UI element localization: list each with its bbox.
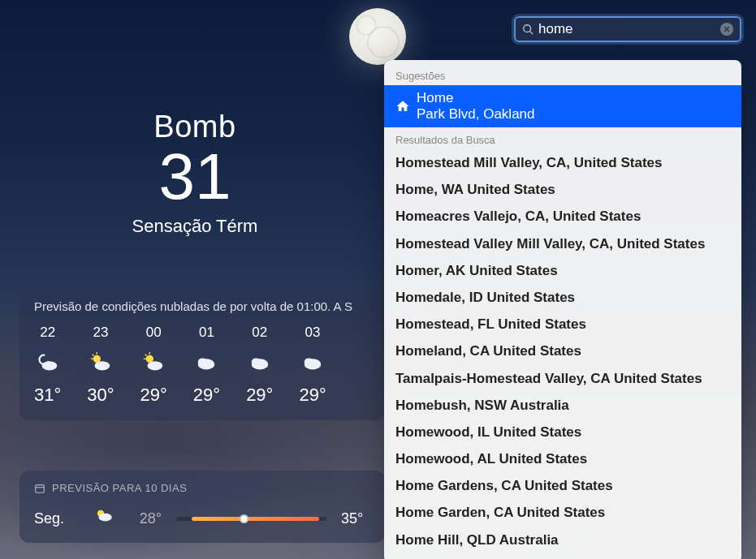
search-input[interactable] (534, 21, 720, 37)
search-result-item[interactable]: Home Gardens, CA United States (384, 472, 741, 499)
svg-point-16 (198, 358, 207, 365)
day-high-temp: 35° (341, 510, 370, 527)
suggestions-header: Sugestões (384, 67, 741, 85)
day-row[interactable]: Seg. 28° 35° (34, 505, 370, 531)
svg-line-8 (93, 355, 94, 356)
city-name: Bomb (0, 110, 390, 144)
partly-sunny-icon (141, 350, 166, 375)
svg-line-13 (145, 355, 147, 356)
hour-temp: 29° (246, 385, 273, 406)
search-result-item[interactable]: Home Hill, QLD Australia (384, 527, 741, 553)
svg-point-24 (99, 514, 112, 522)
hour-column[interactable]: 0129° (193, 325, 220, 406)
svg-point-9 (94, 361, 110, 370)
svg-line-1 (530, 32, 534, 35)
hour-temp: 29° (193, 385, 220, 406)
calendar-icon (34, 483, 45, 494)
hour-column[interactable]: 0029° (140, 325, 167, 406)
hour-time: 03 (305, 325, 321, 341)
svg-point-14 (148, 361, 163, 370)
search-result-item[interactable]: Tamalpais-Homestead Valley, CA United St… (384, 365, 741, 392)
search-result-item[interactable]: Homestead Valley Mill Valley, CA, United… (384, 230, 741, 257)
hour-time: 01 (199, 325, 214, 341)
hour-column[interactable]: 2330° (87, 325, 114, 406)
partly-sunny-icon (89, 350, 113, 375)
search-result-item[interactable]: Home, WA United States (384, 176, 741, 203)
temp-range-fill (192, 517, 319, 521)
tenday-header-text: PREVISÃO PARA 10 DIAS (52, 482, 187, 494)
current-weather: Bomb 31 Sensação Térm (0, 110, 390, 237)
moon-graphic (349, 8, 406, 65)
clear-search-button[interactable] (720, 23, 733, 36)
cloudy-icon (194, 350, 218, 375)
search-result-item[interactable]: Homeacres Vallejo, CA, United States (384, 203, 741, 230)
cloudy-icon (300, 350, 325, 375)
hour-time: 00 (146, 325, 162, 341)
svg-point-4 (41, 361, 57, 370)
search-icon (522, 24, 534, 35)
suggestion-title: Home (417, 90, 535, 106)
hourly-caption: Previsão de condições nubladas de por vo… (34, 299, 370, 313)
suggestion-home[interactable]: Home Park Blvd, Oakland (384, 85, 741, 127)
home-icon (395, 99, 410, 114)
search-result-item[interactable]: Homestead, FL United States (384, 311, 741, 338)
hour-column[interactable]: 2231° (34, 325, 61, 406)
suggestion-subtitle: Park Blvd, Oakland (417, 106, 535, 123)
close-icon (724, 26, 730, 32)
hour-temp: 30° (87, 385, 114, 406)
tenday-forecast-panel: PREVISÃO PARA 10 DIAS Seg. 28° 35° (19, 471, 385, 543)
svg-rect-21 (36, 484, 45, 492)
current-temp: 31 (0, 144, 390, 209)
hour-temp: 29° (299, 385, 326, 406)
partly-cloudy-night-icon (36, 350, 60, 375)
search-result-item[interactable]: Homebush, NSW Australia (384, 392, 741, 419)
search-dropdown: Sugestões Home Park Blvd, Oakland Result… (384, 60, 741, 559)
search-result-item[interactable]: Homedale, ID United States (384, 284, 741, 311)
search-result-item[interactable]: Homer, AK United States (384, 257, 741, 284)
hour-time: 23 (93, 325, 108, 341)
hour-temp: 29° (140, 385, 167, 406)
hour-temp: 31° (34, 385, 61, 406)
svg-point-18 (251, 358, 260, 365)
hour-time: 02 (252, 325, 267, 341)
day-low-temp: 28° (132, 510, 162, 527)
temp-range-bar (176, 517, 326, 521)
tenday-header: PREVISÃO PARA 10 DIAS (34, 482, 370, 494)
current-temp-dot (240, 514, 248, 523)
day-name: Seg. (34, 510, 79, 527)
search-result-item[interactable]: Home Garden, CA United States (384, 499, 741, 526)
search-bar (514, 16, 741, 42)
cloudy-icon (248, 350, 272, 375)
partly-sunny-icon (93, 505, 118, 531)
search-result-item[interactable]: Homestead Mill Valley, CA, United States (384, 149, 741, 176)
results-header: Resultados da Busca (384, 131, 741, 149)
svg-point-20 (305, 358, 313, 365)
search-result-item[interactable]: Homewood, AL United States (384, 445, 741, 472)
search-result-item[interactable]: Homewood, IL United States (384, 419, 741, 445)
hour-column[interactable]: 0329° (299, 325, 326, 406)
search-result-item[interactable]: Homeland, CA United States (384, 338, 741, 364)
hourly-forecast-panel: Previsão de condições nubladas de por vo… (19, 288, 385, 420)
hour-column[interactable]: 0229° (246, 325, 273, 406)
svg-point-0 (524, 25, 531, 32)
hour-time: 22 (40, 325, 55, 341)
feels-like-label: Sensação Térm (0, 216, 390, 237)
